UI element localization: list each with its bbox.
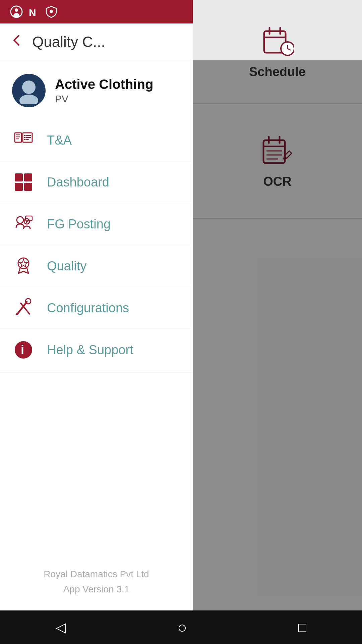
svg-marker-60 — [19, 259, 28, 267]
footer-version: App Version 3.1 — [12, 582, 181, 597]
back-button[interactable] — [9, 33, 24, 51]
system-nav-bar: ◁ ○ □ — [0, 610, 362, 644]
svg-text:N: N — [29, 7, 36, 18]
svg-rect-55 — [24, 183, 32, 191]
back-nav-button[interactable]: ◁ — [56, 620, 66, 635]
svg-rect-53 — [24, 173, 32, 181]
drawer-footer: Royal Datamatics Pvt Ltd App Version 3.1 — [0, 553, 193, 610]
fgposting-icon — [12, 213, 35, 235]
svg-point-1 — [15, 8, 18, 12]
sidebar-item-dashboard[interactable]: Dashboard — [0, 161, 193, 203]
status-icon-1 — [10, 5, 23, 18]
avatar — [12, 74, 46, 107]
svg-point-62 — [25, 299, 31, 304]
status-icon-shield — [45, 5, 58, 18]
sidebar-item-quality[interactable]: Quality — [0, 245, 193, 287]
svg-point-40 — [19, 95, 38, 104]
help-icon: i — [12, 338, 35, 361]
configurations-label: Configurations — [47, 301, 129, 315]
ta-label: T&A — [47, 133, 72, 148]
svg-point-2 — [13, 13, 19, 18]
menu-list: T&A Dashboard — [0, 119, 193, 553]
user-profile: Active Clothing PV — [0, 60, 193, 119]
svg-rect-54 — [15, 183, 23, 191]
svg-text:i: i — [21, 343, 24, 357]
fgposting-label: FG Posting — [47, 217, 111, 231]
home-nav-button[interactable]: ○ — [177, 618, 187, 637]
ta-icon — [12, 129, 35, 152]
status-icon-n: N — [27, 5, 40, 18]
schedule-icon — [261, 24, 294, 59]
quality-label: Quality — [47, 259, 86, 273]
footer-company: Royal Datamatics Pvt Ltd — [12, 567, 181, 582]
dashboard-icon — [12, 171, 35, 194]
config-icon — [12, 297, 35, 319]
user-info: Active Clothing PV — [55, 77, 153, 105]
sidebar-item-configurations[interactable]: Configurations — [0, 287, 193, 329]
navigation-drawer: Active Clothing PV — [0, 60, 193, 610]
quality-icon — [12, 255, 35, 277]
sidebar-item-helpsupport[interactable]: i Help & Support — [0, 329, 193, 371]
svg-point-56 — [17, 217, 23, 223]
user-role: PV — [55, 93, 153, 105]
avatar-image — [15, 77, 42, 104]
recent-nav-button[interactable]: □ — [298, 620, 306, 635]
sidebar-item-ta[interactable]: T&A — [0, 119, 193, 161]
dim-overlay — [193, 60, 362, 610]
svg-rect-41 — [15, 133, 21, 142]
user-name: Active Clothing — [55, 77, 153, 92]
svg-point-4 — [50, 10, 53, 13]
dashboard-label: Dashboard — [47, 175, 109, 190]
svg-point-39 — [22, 80, 36, 94]
svg-rect-52 — [15, 173, 23, 181]
sidebar-item-fgposting[interactable]: FG Posting — [0, 203, 193, 245]
status-bar-left-icons: N — [10, 5, 58, 18]
helpsupport-label: Help & Support — [47, 343, 133, 357]
